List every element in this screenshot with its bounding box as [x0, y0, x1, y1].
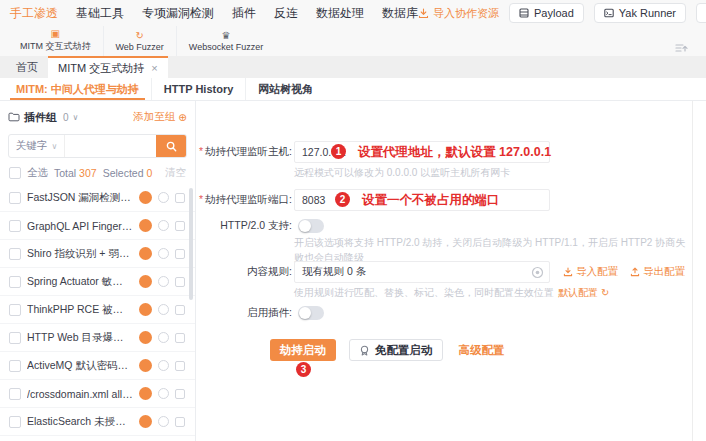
plugin-list-item[interactable]: Spring Actuator 敏感信息泄漏	[0, 268, 195, 296]
plugin-list: FastJSON 漏洞检测 via DNSL... GraphQL API Fi…	[0, 184, 195, 441]
plugin-type-icon	[175, 249, 185, 259]
annotation-step2-badge: 2	[335, 192, 350, 207]
plugin-list-item[interactable]: ElasticSearch 未授权访问	[0, 408, 195, 436]
plugin-list-item[interactable]: HTTP Web 目录爆破: 敏感...	[0, 324, 195, 352]
plugin-list-item[interactable]: /crossdomain.xml allow-acce...	[0, 380, 195, 408]
tab-mitm-label: MITM 交互式劫持	[58, 61, 144, 76]
page-tab[interactable]: 网站树视角	[245, 78, 325, 100]
plugin-type-icon	[175, 361, 185, 371]
plugin-name: FastJSON 漏洞检测 via DNSL...	[27, 191, 133, 205]
plugin-checkbox[interactable]	[9, 220, 21, 232]
plugin-checkbox[interactable]	[9, 192, 21, 204]
select-all-checkbox[interactable]	[9, 167, 21, 179]
plugin-list-item[interactable]: ActiveMQ 默认密码检查	[0, 352, 195, 380]
sub-toolbar: ▣ MITM 交互式劫持 ↻ Web Fuzzer ♛ Websocket Fu…	[0, 26, 706, 56]
subnav-item[interactable]: ▣ MITM 交互式劫持	[8, 26, 103, 56]
rules-row: 内容规则: 现有规则 0 条 导入配置 导出配置	[196, 261, 685, 283]
plugin-name: Shiro 指纹识别 + 弱密码检测	[27, 247, 133, 261]
subnav-item[interactable]: ↻ Web Fuzzer	[103, 26, 176, 56]
plugin-type-icon	[175, 193, 185, 203]
topnav-menu-item[interactable]: 插件	[232, 5, 256, 22]
author-badge-icon	[139, 359, 152, 372]
page-tab[interactable]: MITM: 中间人代理与劫持	[4, 78, 151, 100]
chevron-down-icon[interactable]: ∨	[73, 113, 79, 122]
plugin-checkbox[interactable]	[9, 276, 21, 288]
enable-plugin-row: 启用插件:	[196, 306, 324, 320]
scrollbar-thumb[interactable]	[189, 188, 193, 300]
advanced-config-link[interactable]: 高级配置	[459, 343, 505, 358]
annotation-step3-badge: 3	[296, 362, 311, 377]
author-badge-icon	[139, 303, 152, 316]
payload-button[interactable]: Payload	[509, 3, 584, 23]
close-tab-icon[interactable]: ×	[151, 62, 157, 74]
plugin-status-icon	[158, 360, 169, 371]
host-label: *劫持代理监听主机:	[196, 145, 292, 159]
search-type-select[interactable]: 关键字 ∨	[9, 135, 65, 157]
select-all-label: 全选	[27, 166, 48, 180]
tab-mitm[interactable]: MITM 交互式劫持 ×	[48, 56, 168, 78]
author-badge-icon	[139, 275, 152, 288]
rules-helper: 使用规则进行匹配、替换、标记、染色，同时配置生效位置默认配置↻	[294, 285, 609, 300]
expand-panel-icon[interactable]	[675, 42, 688, 54]
topnav-menu-item[interactable]: 数据库	[382, 5, 418, 22]
plugin-checkbox[interactable]	[9, 248, 21, 260]
http2-label: HTTP/2.0 支持:	[196, 219, 292, 233]
hijack-start-button[interactable]: 劫持启动	[270, 339, 336, 361]
plugin-checkbox[interactable]	[9, 332, 21, 344]
subnav-items: ▣ MITM 交互式劫持 ↻ Web Fuzzer ♛ Websocket Fu…	[8, 26, 275, 56]
topnav-menu-item[interactable]: 基础工具	[76, 5, 124, 22]
add-circle-icon: ⊕	[178, 111, 187, 123]
plugin-list-item[interactable]: Shiro 指纹识别 + 弱密码检测	[0, 240, 195, 268]
topnav-menu-item[interactable]: 专项漏洞检测	[142, 5, 214, 22]
subnav-item[interactable]: ♛ Websocket Fuzzer	[176, 26, 275, 56]
topnav-menu-item[interactable]: 反连	[274, 5, 298, 22]
plugin-checkbox[interactable]	[9, 388, 21, 400]
folder-icon	[8, 112, 20, 122]
port-row: *劫持代理监听端口: 8083 2 设置一个不被占用的端口	[196, 189, 686, 211]
plugin-status-icon	[158, 276, 169, 287]
import-config-label: 导入配置	[576, 265, 618, 279]
rules-label: 内容规则:	[196, 265, 292, 279]
plugin-checkbox[interactable]	[9, 416, 21, 428]
no-config-start-button[interactable]: 免配置启动	[349, 339, 443, 361]
import-collab-button[interactable]: 导入协作资源	[418, 6, 499, 21]
http2-toggle[interactable]	[298, 219, 324, 233]
search-button[interactable]	[156, 135, 186, 157]
plugin-search: 关键字 ∨	[8, 134, 187, 158]
plugin-name: ActiveMQ 默认密码检查	[27, 359, 133, 373]
import-config-button[interactable]: 导入配置	[563, 265, 618, 279]
export-icon	[630, 267, 640, 277]
plugin-status-icon	[158, 220, 169, 231]
clear-selection-button[interactable]: 清空	[165, 166, 186, 180]
annotation-step1-badge: 1	[331, 144, 346, 159]
selected-stat: Selected 0	[103, 167, 153, 179]
plugin-group-label: 插件组	[24, 110, 57, 125]
search-input[interactable]	[65, 135, 156, 157]
plugin-list-item[interactable]: FastJSON 漏洞检测 via DNSL...	[0, 184, 195, 212]
custom-button[interactable]: 自定义 ∨	[696, 3, 706, 23]
plugin-list-item[interactable]: 【端口扫描】主动信息探测	[0, 436, 195, 441]
enable-plugin-toggle[interactable]	[298, 306, 324, 320]
yak-runner-label: Yak Runner	[619, 7, 676, 19]
tab-bar: 首页 MITM 交互式劫持 ×	[0, 56, 706, 78]
plugin-checkbox[interactable]	[9, 360, 21, 372]
author-badge-icon	[139, 247, 152, 260]
plugin-list-item[interactable]: GraphQL API Fingerprint Che...	[0, 212, 195, 240]
http2-row: HTTP/2.0 支持:	[196, 219, 324, 233]
host-row: *劫持代理监听主机: 127.0.0.1 1 设置代理地址，默认设置 127.0…	[196, 141, 686, 163]
page-tab[interactable]: HTTP History	[151, 78, 245, 100]
topnav-menu-item[interactable]: 数据处理	[316, 5, 364, 22]
plugin-checkbox[interactable]	[9, 304, 21, 316]
gear-icon[interactable]	[531, 266, 544, 279]
content-rules-input[interactable]: 现有规则 0 条	[294, 261, 550, 283]
default-config-button[interactable]: 默认配置↻	[558, 285, 609, 300]
import-collab-label: 导入协作资源	[433, 6, 499, 21]
yak-runner-button[interactable]: Yak Runner	[594, 3, 686, 23]
mitm-hijack-icon: ▣	[51, 29, 60, 39]
topnav-menu-item[interactable]: 手工渗透	[10, 5, 58, 22]
plugin-list-item[interactable]: ThinkPHP RCE 被动扫描	[0, 296, 195, 324]
add-to-group-button[interactable]: 添加至组 ⊕	[133, 110, 187, 124]
tab-home[interactable]: 首页	[6, 56, 48, 78]
plugin-status-icon	[158, 388, 169, 399]
export-config-button[interactable]: 导出配置	[630, 265, 685, 279]
